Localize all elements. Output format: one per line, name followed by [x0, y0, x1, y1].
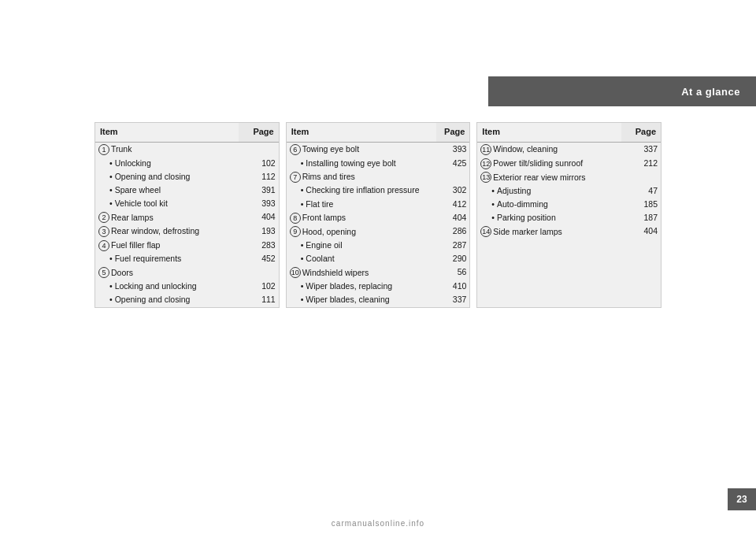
sub-label: Adjusting [497, 186, 531, 195]
sub-label: Spare wheel [115, 185, 161, 195]
table-row: 8Front lamps404 [287, 211, 470, 225]
section-label: Rear lamps [111, 212, 154, 224]
section-page: 404 [621, 224, 661, 239]
table-row: •Spare wheel391 [95, 184, 279, 197]
table-row: 4Fuel filler flap283 [95, 239, 279, 253]
section-label: Trunk [111, 143, 132, 155]
table-row: •Auto-dimming185 [477, 198, 661, 211]
sub-page: 290 [436, 252, 469, 265]
section-page: 193 [239, 224, 279, 239]
table-row: 11Window, cleaning337 [477, 142, 661, 156]
section-label: Doors [111, 267, 133, 279]
sub-label: Parking position [497, 213, 556, 222]
sub-page: 302 [436, 184, 469, 197]
content-area: Item Page 1Trunk•Unlocking102•Opening an… [94, 122, 662, 308]
footer-watermark: carmanualsonline.info [332, 519, 424, 528]
section-label: Windshield wipers [302, 267, 369, 279]
sub-label: Engine oil [306, 240, 342, 250]
col3-header-item: Item [477, 123, 621, 142]
table-row: 9Hood, opening286 [287, 224, 470, 239]
col2-header-page: Page [436, 123, 469, 142]
sub-page: 102 [239, 157, 279, 170]
section-label: Rear window, defrosting [111, 225, 199, 237]
table-row: 6Towing eye bolt393 [287, 142, 470, 156]
table-row: 2Rear lamps404 [95, 210, 279, 224]
sub-label: Opening and closing [115, 172, 191, 181]
table-row: 3Rear window, defrosting193 [95, 224, 279, 239]
table-row: •Wiper blades, replacing410 [287, 280, 470, 293]
table-col3: Item Page 11Window, cleaning33712Power t… [476, 122, 662, 308]
table-col1: Item Page 1Trunk•Unlocking102•Opening an… [94, 122, 280, 308]
section-label: Front lamps [302, 212, 346, 224]
sub-page: 112 [239, 170, 279, 184]
col1-header-page: Page [239, 123, 279, 142]
section-page: 212 [621, 157, 661, 171]
section-label: Side marker lamps [493, 226, 562, 238]
table-row: 5Doors [95, 265, 279, 280]
sub-page: 410 [436, 280, 469, 293]
table-row: •Installing towing eye bolt425 [287, 157, 470, 170]
table-row: •Unlocking102 [95, 157, 279, 170]
table-row: •Parking position187 [477, 211, 661, 224]
section-label: Hood, opening [302, 226, 356, 238]
section-page: 404 [436, 211, 469, 225]
table-row: •Opening and closing111 [95, 293, 279, 306]
sub-page: 391 [239, 184, 279, 197]
table-row: 13Exterior rear view mirrors [477, 170, 661, 184]
sub-page: 452 [239, 252, 279, 265]
table-row: •Engine oil287 [287, 239, 470, 252]
table-row: •Locking and unlocking102 [95, 280, 279, 293]
sub-page: 393 [239, 197, 279, 210]
sub-page: 47 [621, 184, 661, 198]
sub-label: Flat tire [306, 199, 333, 209]
section-label: Rims and tires [302, 171, 355, 183]
section-page: 283 [239, 239, 279, 253]
table-row: •Adjusting47 [477, 184, 661, 198]
section-page: 393 [436, 142, 469, 156]
col1-header-item: Item [95, 123, 239, 142]
table-row: 12Power tilt/sliding sunroof212 [477, 157, 661, 171]
section-label: Window, cleaning [493, 143, 558, 155]
table-row: •Coolant290 [287, 252, 470, 265]
sub-page: 287 [436, 239, 469, 252]
table-row: •Flat tire412 [287, 198, 470, 211]
sub-page: 102 [239, 280, 279, 293]
table-row: 14Side marker lamps404 [477, 224, 661, 239]
sub-page: 425 [436, 157, 469, 170]
section-page: 337 [621, 142, 661, 156]
sub-label: Checking tire inflation pressure [306, 185, 419, 195]
page-number-badge: 23 [728, 488, 756, 510]
sub-label: Opening and closing [115, 295, 191, 304]
section-label: Fuel filler flap [111, 239, 160, 251]
sub-page: 412 [436, 198, 469, 211]
sub-label: Unlocking [115, 158, 151, 168]
col3-header-page: Page [621, 123, 661, 142]
table-row: 10Windshield wipers56 [287, 265, 470, 280]
sub-label: Fuel requirements [115, 254, 182, 263]
col2-header-item: Item [287, 123, 436, 142]
section-label: Towing eye bolt [302, 143, 359, 155]
table-row: 7Rims and tires [287, 170, 470, 184]
section-page: 56 [436, 265, 469, 280]
section-page [239, 142, 279, 156]
sub-label: Coolant [306, 254, 334, 263]
table-row: •Vehicle tool kit393 [95, 197, 279, 210]
sub-label: Wiper blades, replacing [306, 281, 392, 291]
table-row: 1Trunk [95, 142, 279, 156]
table-row: •Fuel requirements452 [95, 252, 279, 265]
page-title: At a glance [681, 86, 740, 98]
sub-label: Locking and unlocking [115, 281, 197, 291]
table-row: •Opening and closing112 [95, 170, 279, 184]
sub-label: Wiper blades, cleaning [306, 295, 389, 304]
section-page: 286 [436, 224, 469, 239]
sub-page: 187 [621, 211, 661, 224]
section-label: Exterior rear view mirrors [493, 172, 585, 184]
section-label: Power tilt/sliding sunroof [493, 158, 583, 169]
table-row: •Wiper blades, cleaning337 [287, 293, 470, 306]
sub-label: Vehicle tool kit [115, 198, 168, 208]
sub-page: 337 [436, 293, 469, 306]
sub-label: Auto-dimming [497, 199, 548, 209]
table-row: •Checking tire inflation pressure302 [287, 184, 470, 197]
section-page: 404 [239, 210, 279, 224]
section-page [239, 265, 279, 280]
